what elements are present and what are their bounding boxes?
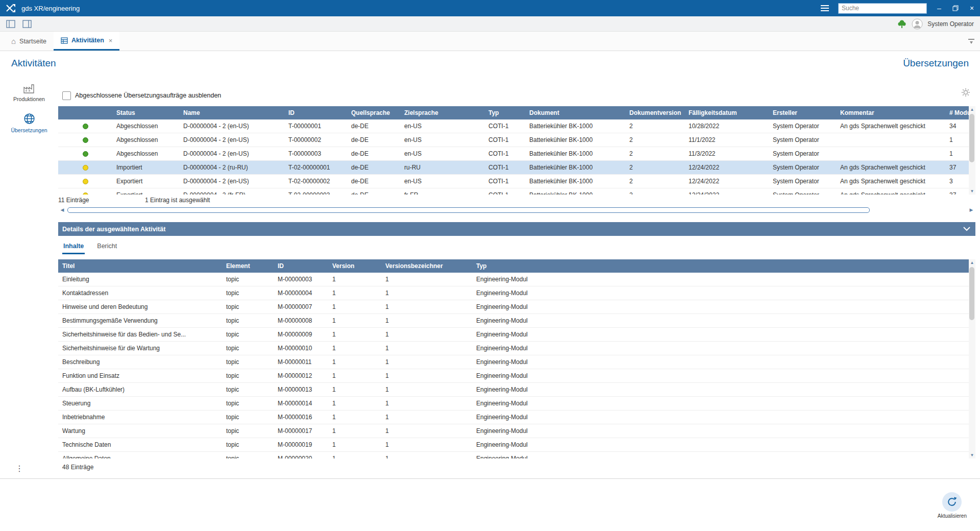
scrollbar-track[interactable] [66,206,967,213]
content-row[interactable]: WartungtopicM-0000001711Engineering-Modu… [58,424,969,438]
collapse-chevron-icon[interactable] [963,227,970,231]
column-header[interactable]: Status [112,106,179,119]
panel-right-icon[interactable] [22,20,32,28]
activities-table[interactable]: StatusNameIDQuellspracheZielspracheTypDo… [58,106,969,195]
cell-comment [836,133,945,147]
cell-name: D-00000004 - 2 (fr-FR) [179,188,284,195]
sprachenwelt-tree-icon[interactable] [897,19,907,29]
tab-startseite[interactable]: ⌂ Startseite [4,32,54,51]
cell-element: topic [222,273,274,286]
sidebar-item-produktionen[interactable]: Produktionen [0,83,58,102]
column-header[interactable]: Titel [58,259,222,273]
tab-list-filter-icon[interactable] [968,32,975,51]
scroll-up-icon[interactable]: ▲ [969,259,975,266]
hide-completed-checkbox[interactable] [62,91,71,100]
search-input[interactable] [838,3,927,14]
column-header[interactable]: ID [284,106,347,119]
scroll-right-icon[interactable]: ▶ [967,207,975,212]
cell-source_language: de-DE [347,133,400,147]
minimize-button[interactable]: – [931,0,947,16]
sidebar-item-uebersetzungen[interactable]: Übersetzungen [0,112,58,133]
user-avatar-icon[interactable] [912,18,923,30]
content-row[interactable]: Aufbau (BK-Luftkühler)topicM-0000001311E… [58,383,969,397]
column-header[interactable]: # Modul [945,106,969,119]
column-header[interactable]: Zielsprache [400,106,484,119]
status-dot-cell [58,119,112,133]
column-header[interactable]: Kommentar [836,106,945,119]
more-options-kebab-icon[interactable]: ⋮ [15,464,23,473]
content-row[interactable]: Hinweise und deren BedeutungtopicM-00000… [58,300,969,314]
column-header[interactable]: Version [328,259,381,273]
scrollbar-thumb[interactable] [67,207,870,213]
cell-version_label: 1 [381,424,472,438]
tab-bericht[interactable]: Bericht [96,239,118,254]
refresh-button[interactable]: Aktualisieren [938,492,967,519]
content-row[interactable]: Sicherheitshinweise für das Bedien- und … [58,328,969,342]
column-header[interactable]: ID [274,259,328,273]
scroll-left-icon[interactable]: ◀ [58,207,66,212]
close-button[interactable]: × [964,0,980,16]
menu-icon[interactable] [816,0,834,16]
content-row[interactable]: BeschreibungtopicM-0000001111Engineering… [58,355,969,369]
cell-name: D-00000004 - 2 (en-US) [179,175,284,188]
cell-type: Engineering-Modul [472,397,969,411]
tab-close-icon[interactable]: × [109,37,113,44]
details-table[interactable]: TitelElementIDVersionVersionsbezeichnerT… [58,259,969,458]
activity-row[interactable]: ImportiertD-00000004 - 2 (ru-RU)T-02-000… [58,161,969,175]
cell-source_language: de-DE [347,188,400,195]
content-row[interactable]: Sicherheitshinweise für die Wartungtopic… [58,342,969,355]
activities-vertical-scrollbar[interactable]: ▲ ▼ [969,106,975,195]
cell-modules: 34 [945,119,969,133]
horizontal-scrollbar[interactable]: ◀ ▶ [58,206,975,214]
cell-source_language: de-DE [347,147,400,161]
column-header[interactable]: Name [179,106,284,119]
content-row[interactable]: EinleitungtopicM-0000000311Engineering-M… [58,273,969,286]
column-header[interactable]: Dokument [525,106,625,119]
column-header[interactable]: Quellsprache [347,106,400,119]
column-header[interactable]: Typ [472,259,969,273]
tab-aktivitaeten[interactable]: Aktivitäten × [54,32,120,51]
user-name[interactable]: System Operator [927,20,974,28]
app-logo-icon [5,4,16,13]
content-row[interactable]: Funktion und EinsatztopicM-0000001211Eng… [58,369,969,383]
column-header[interactable]: Typ [484,106,525,119]
activity-row[interactable]: AbgeschlossenD-00000004 - 2 (en-US)T-000… [58,147,969,161]
cell-type: COTI-1 [484,147,525,161]
cell-id: T-02-00000002 [284,175,347,188]
details-vertical-scrollbar[interactable]: ▲ ▼ [969,259,975,458]
maximize-button[interactable] [947,0,964,16]
content-row[interactable]: SteuerungtopicM-0000001411Engineering-Mo… [58,397,969,411]
column-header[interactable]: Element [222,259,274,273]
scroll-down-icon[interactable]: ▼ [969,452,975,458]
column-header[interactable]: Dokumentversion [625,106,684,119]
cell-due_date: 12/24/2022 [684,161,769,175]
activity-row[interactable]: AbgeschlossenD-00000004 - 2 (en-US)T-000… [58,119,969,133]
activity-row[interactable]: AbgeschlossenD-00000004 - 2 (en-US)T-000… [58,133,969,147]
scrollbar-track[interactable] [969,266,975,452]
content-row[interactable]: Technische DatentopicM-0000001911Enginee… [58,438,969,452]
content-row[interactable]: Allgemeine DatentopicM-0000002011Enginee… [58,452,969,459]
content-row[interactable]: Bestimmungsgemäße VerwendungtopicM-00000… [58,314,969,328]
column-header[interactable]: Ersteller [769,106,836,119]
scroll-down-icon[interactable]: ▼ [969,188,975,195]
scroll-up-icon[interactable]: ▲ [969,106,975,113]
activities-tab-icon [61,37,68,44]
column-header[interactable]: Fälligkeitsdatum [684,106,769,119]
content-row[interactable]: KontaktadressentopicM-0000000411Engineer… [58,286,969,300]
cell-status: Exportiert [112,188,179,195]
cell-type: COTI-1 [484,133,525,147]
cell-document: Batteriekühler BK-1000 [525,188,625,195]
tab-inhalte[interactable]: Inhalte [62,239,85,254]
scrollbar-thumb[interactable] [969,267,974,320]
activity-row[interactable]: ExportiertD-00000004 - 2 (fr-FR)T-02-000… [58,188,969,195]
scrollbar-thumb[interactable] [969,114,974,162]
scrollbar-track[interactable] [969,113,975,188]
panel-left-icon[interactable] [6,20,15,28]
column-header[interactable]: Versionsbezeichner [381,259,472,273]
content-row[interactable]: InbetriebnahmetopicM-0000001611Engineeri… [58,411,969,424]
cell-target_language: en-US [400,175,484,188]
grid-settings-gear-icon[interactable] [961,88,970,99]
activity-row[interactable]: ExportiertD-00000004 - 2 (en-US)T-02-000… [58,175,969,188]
cell-id: M-00000017 [274,424,328,438]
details-panel-header[interactable]: Details der ausgewählten Aktivität [58,222,975,236]
